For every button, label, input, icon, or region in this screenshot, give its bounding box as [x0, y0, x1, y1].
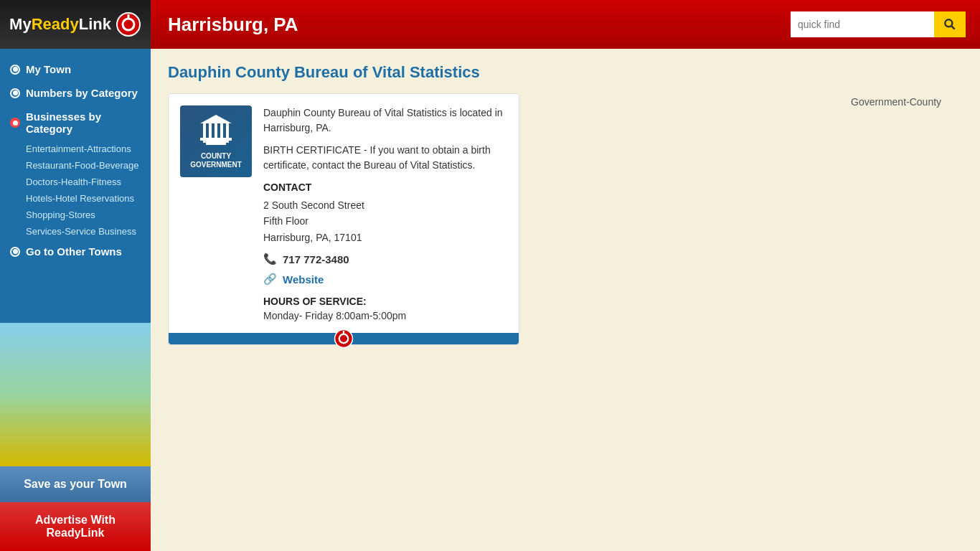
address-line3: Harrisburg, PA, 17101: [263, 232, 362, 243]
svg-rect-7: [220, 123, 223, 138]
logo-link: Link: [79, 15, 111, 33]
svg-rect-8: [226, 123, 229, 138]
content-columns: COUNTYGOVERNMENT Dauphin County Bureau o…: [168, 93, 963, 345]
sub-item-doctors[interactable]: Doctors-Health-Fitness: [26, 174, 151, 190]
contact-label: CONTACT: [263, 182, 507, 193]
business-card-inner: COUNTYGOVERNMENT Dauphin County Bureau o…: [169, 94, 519, 333]
radio-my-town: [10, 65, 20, 75]
business-card: COUNTYGOVERNMENT Dauphin County Bureau o…: [168, 93, 519, 345]
website-label: Website: [283, 273, 324, 286]
save-town-button[interactable]: Save as your Town: [0, 466, 151, 502]
logo-icon: [116, 11, 141, 37]
sub-item-services[interactable]: Services-Service Business: [26, 223, 151, 240]
svg-point-2: [945, 19, 952, 27]
biz-description1: Dauphin County Bureau of Vital Statistic…: [263, 105, 507, 136]
biz-icon-label: COUNTYGOVERNMENT: [190, 152, 242, 169]
sub-item-hotels[interactable]: Hotels-Hotel Reservations: [26, 190, 151, 207]
hours-section: HOURS OF SERVICE: Monday- Friday 8:00am-…: [263, 296, 507, 321]
contact-address: 2 South Second Street Fifth Floor Harris…: [263, 197, 507, 245]
svg-rect-10: [200, 138, 232, 141]
search-input[interactable]: [791, 11, 934, 37]
svg-rect-5: [209, 123, 212, 138]
side-col: Government-County: [834, 93, 963, 345]
radio-businesses: [10, 118, 20, 128]
search-icon: [943, 17, 957, 32]
sidebar-item-numbers[interactable]: Numbers by Category: [0, 81, 151, 105]
search-button[interactable]: [934, 11, 966, 37]
svg-line-3: [951, 26, 955, 29]
contact-phone: 📞 717 772-3480: [263, 253, 507, 265]
building-icon: [199, 113, 233, 148]
sidebar-label-other-towns: Go to Other Towns: [26, 245, 122, 258]
svg-rect-12: [206, 143, 226, 145]
logo-my: My: [9, 15, 32, 33]
svg-marker-9: [200, 115, 232, 123]
sidebar-item-businesses[interactable]: Businesses by Category: [0, 105, 151, 141]
category-tag: Government-County: [851, 96, 963, 108]
svg-rect-11: [203, 141, 229, 143]
address-line2: Fifth Floor: [263, 215, 308, 227]
biz-details: Dauphin County Bureau of Vital Statistic…: [263, 105, 507, 321]
sidebar-label-businesses: Businesses by Category: [26, 110, 141, 135]
sidebar-item-my-town[interactable]: My Town: [0, 57, 151, 81]
sidebar-nav: My Town Numbers by Category Businesses b…: [0, 57, 151, 323]
footer-logo-icon: [334, 329, 354, 349]
sub-item-entertainment[interactable]: Entertainment-Attractions: [26, 141, 151, 157]
phone-number: 717 772-3480: [283, 253, 349, 265]
sub-items-list: Entertainment-Attractions Restaurant-Foo…: [0, 141, 151, 240]
logo-ready: Ready: [32, 15, 79, 33]
sidebar-label-my-town: My Town: [26, 63, 71, 75]
svg-rect-4: [203, 123, 206, 138]
hours-text: Monday- Friday 8:00am-5:00pm: [263, 310, 507, 321]
header-city-name: Harrisburg, PA: [151, 14, 791, 36]
svg-rect-6: [215, 123, 217, 138]
sidebar-decorative-image: [0, 323, 151, 466]
sidebar-label-numbers: Numbers by Category: [26, 87, 138, 99]
business-card-footer: [169, 333, 519, 344]
search-area: [791, 11, 966, 37]
hours-label: HOURS OF SERVICE:: [263, 296, 507, 307]
contact-section: CONTACT 2 South Second Street Fifth Floo…: [263, 182, 507, 286]
main-layout: My Town Numbers by Category Businesses b…: [0, 49, 980, 551]
business-icon: COUNTYGOVERNMENT: [180, 105, 252, 177]
website-link[interactable]: 🔗 Website: [263, 273, 507, 286]
sub-item-shopping[interactable]: Shopping-Stores: [26, 207, 151, 223]
logo-text: MyReadyLink: [9, 15, 111, 34]
advertise-button[interactable]: Advertise With ReadyLink: [0, 502, 151, 551]
address-line1: 2 South Second Street: [263, 199, 364, 211]
phone-icon: 📞: [263, 253, 277, 265]
logo-area: MyReadyLink: [0, 0, 151, 49]
main-col: COUNTYGOVERNMENT Dauphin County Bureau o…: [168, 93, 819, 345]
radio-other-towns: [10, 247, 20, 257]
site-header: MyReadyLink Harrisburg, PA: [0, 0, 980, 49]
sidebar-item-other-towns[interactable]: Go to Other Towns: [0, 240, 151, 263]
content-area: Dauphin County Bureau of Vital Statistic…: [151, 49, 980, 551]
sub-item-restaurant[interactable]: Restaurant-Food-Beverage: [26, 157, 151, 174]
radio-numbers: [10, 88, 20, 98]
biz-description2: BIRTH CERTIFICATE - If you want to obtai…: [263, 143, 507, 173]
page-title: Dauphin County Bureau of Vital Statistic…: [168, 63, 963, 82]
link-icon: 🔗: [263, 273, 277, 286]
sidebar: My Town Numbers by Category Businesses b…: [0, 49, 151, 551]
